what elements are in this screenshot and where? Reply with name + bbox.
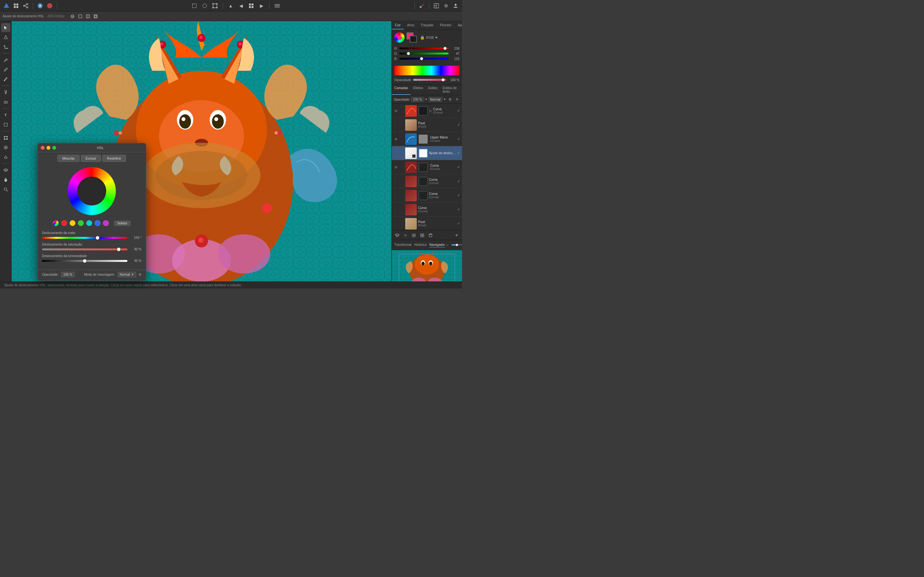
- tab-estilos-texto[interactable]: Estilos de texto: [440, 85, 462, 95]
- arrange-icon[interactable]: [273, 2, 281, 10]
- paint-brush-tool[interactable]: [1, 88, 10, 97]
- grid-icon[interactable]: [12, 2, 20, 10]
- tab-cor[interactable]: Cor: [392, 21, 404, 29]
- nav-tab-navegador[interactable]: Navegador: [429, 242, 445, 247]
- layers-blend-select[interactable]: Normal: [428, 97, 443, 102]
- mode-dropdown-icon[interactable]: [435, 36, 438, 39]
- tab-amo[interactable]: Amo: [404, 21, 418, 29]
- tab-efeitos[interactable]: Efeitos: [411, 85, 426, 95]
- blend-button[interactable]: Mesclar: [57, 155, 79, 162]
- canvas-area[interactable]: HSL Mesclar Excluir Redefinir: [11, 21, 391, 288]
- opacity-slider[interactable]: [413, 79, 446, 81]
- shape-tool[interactable]: [1, 120, 10, 129]
- saturation-slider[interactable]: [42, 248, 128, 250]
- select-button[interactable]: Seletor: [114, 221, 131, 226]
- layer-curva-5[interactable]: Curva (Curva) ✓: [392, 203, 462, 217]
- hue-thumb[interactable]: [95, 236, 99, 240]
- pen-tool[interactable]: [1, 55, 10, 64]
- reset-button[interactable]: Redefinir: [102, 155, 126, 162]
- luminosity-track[interactable]: 45 %: [42, 259, 142, 263]
- color-wheel-small[interactable]: [394, 32, 405, 43]
- tab-apa[interactable]: Apa: [455, 21, 462, 29]
- zoom-thumb[interactable]: [456, 243, 458, 246]
- g-slider[interactable]: [399, 53, 449, 55]
- tab-estilos[interactable]: Estilos: [425, 85, 440, 95]
- grid-view-icon[interactable]: [247, 2, 255, 10]
- layer-pixel-2[interactable]: Pixel (Pixel) ✓: [392, 217, 462, 230]
- layer-curva-2[interactable]: Curva (Curva) ✓: [392, 160, 462, 174]
- luminosity-slider[interactable]: [42, 260, 128, 262]
- swatch-green[interactable]: [78, 220, 84, 226]
- eraser-tool[interactable]: [1, 97, 10, 106]
- view-mode-icon[interactable]: [69, 13, 75, 19]
- layer-vis-uppermane[interactable]: [394, 137, 399, 142]
- transform-tool[interactable]: [1, 133, 10, 142]
- photo-persona-icon[interactable]: A: [36, 2, 44, 10]
- layers-tool[interactable]: [1, 166, 10, 175]
- view-split-icon[interactable]: [85, 13, 91, 19]
- swatch-cyan[interactable]: [86, 220, 92, 226]
- layer-check-curva2[interactable]: ✓: [457, 165, 460, 169]
- layers-mask-icon[interactable]: [419, 232, 426, 239]
- hue-slider[interactable]: [42, 237, 128, 239]
- layer-check-curva3[interactable]: ✓: [457, 179, 460, 183]
- layer-check-ajuste[interactable]: ✓: [457, 151, 460, 155]
- layer-pixel-1[interactable]: Pixel (Pixel) ✓: [392, 118, 462, 132]
- layer-curva-3[interactable]: Curva (Curva) ✓: [392, 174, 462, 189]
- layers-settings-icon[interactable]: ⚙: [447, 97, 453, 102]
- transform-icon[interactable]: [211, 2, 219, 10]
- layers-delete-icon[interactable]: [427, 232, 434, 239]
- swatch-multicolor[interactable]: [53, 220, 59, 226]
- zoom-minus-button[interactable]: −: [445, 242, 449, 247]
- tab-pinceis[interactable]: Pincéis: [437, 21, 454, 29]
- minimize-button[interactable]: [47, 146, 50, 150]
- lock-icon[interactable]: 🔒: [420, 35, 425, 40]
- node-tool[interactable]: [1, 33, 10, 42]
- tab-camadas[interactable]: Camadas: [392, 85, 411, 95]
- layer-vis-curva4[interactable]: [394, 193, 399, 198]
- color-wheel[interactable]: [68, 167, 116, 215]
- layer-check-pixel1[interactable]: ✓: [457, 123, 460, 127]
- hsl-gear-icon[interactable]: ⚙: [139, 273, 142, 276]
- select-tool[interactable]: [1, 23, 10, 32]
- layers-add-fx-icon[interactable]: fx: [402, 232, 409, 239]
- layer-check-pixel2[interactable]: ✓: [457, 221, 460, 226]
- g-thumb[interactable]: [407, 52, 410, 55]
- hsl-color-wheel-area[interactable]: [37, 164, 146, 218]
- dodge-tool[interactable]: [1, 153, 10, 161]
- arrow-left-icon[interactable]: ◀: [237, 2, 245, 10]
- layer-vis-curva2[interactable]: [394, 165, 399, 170]
- tab-tracado[interactable]: Traçado: [417, 21, 437, 29]
- color-spectrum[interactable]: [394, 66, 459, 75]
- hue-track[interactable]: 156 °: [42, 236, 142, 239]
- user-icon[interactable]: [452, 2, 459, 10]
- healing-tool[interactable]: [1, 143, 10, 152]
- layer-upper-mane[interactable]: Upper Mane (Grupo) ✓: [392, 132, 462, 146]
- opacity-thumb[interactable]: [441, 78, 445, 81]
- layout-icon[interactable]: [433, 2, 440, 10]
- nav-tab-transform[interactable]: Transformar: [394, 242, 412, 247]
- share-icon[interactable]: [22, 2, 29, 10]
- layer-vis-pixel2[interactable]: [394, 221, 399, 226]
- layer-vis-ajuste[interactable]: [394, 151, 399, 156]
- brush-icon[interactable]: [418, 2, 426, 10]
- nav-viewport[interactable]: [399, 254, 455, 285]
- crop-tool[interactable]: [1, 42, 10, 51]
- triangle-up-icon[interactable]: ▲: [227, 2, 234, 10]
- layer-vis-curva3[interactable]: [394, 179, 399, 184]
- layer-vis-curva1[interactable]: [394, 108, 399, 113]
- brush-tool[interactable]: [1, 65, 10, 74]
- layers-add-icon[interactable]: +: [453, 232, 460, 239]
- layer-curva-4[interactable]: Curva (Curva) ✓: [392, 189, 462, 203]
- luminosity-thumb[interactable]: [83, 259, 87, 263]
- layers-fx-icon[interactable]: fx: [454, 97, 460, 102]
- zoom-tool[interactable]: [1, 185, 10, 194]
- swatch-yellow[interactable]: [69, 220, 75, 226]
- maximize-button[interactable]: [52, 146, 56, 150]
- layer-curva-1[interactable]: ⛓ Curva (Curva) ✓: [392, 104, 462, 118]
- r-thumb[interactable]: [443, 47, 447, 50]
- r-slider[interactable]: [399, 47, 449, 49]
- layer-vis-curva5[interactable]: [394, 207, 399, 212]
- layer-check-curva4[interactable]: ✓: [457, 193, 460, 197]
- view-source-icon[interactable]: [78, 13, 83, 19]
